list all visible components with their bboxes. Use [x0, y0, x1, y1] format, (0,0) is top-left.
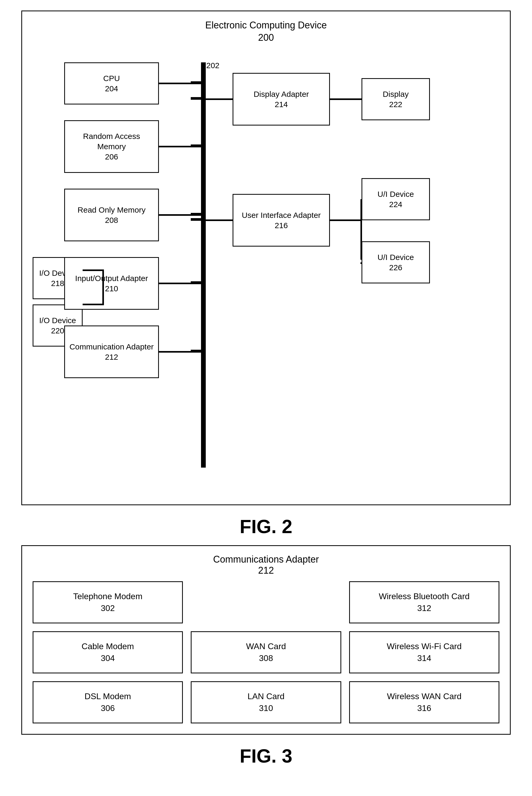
wan-card-id: 308: [259, 652, 273, 664]
wan-card-label: WAN Card: [246, 641, 286, 652]
fig2-label: FIG. 2: [240, 516, 292, 537]
wireless-bluetooth-box: Wireless Bluetooth Card 312: [349, 581, 499, 623]
dsl-modem-label: DSL Modem: [84, 690, 131, 702]
wireless-wan-label: Wireless WAN Card: [387, 690, 461, 702]
fig3-label: FIG. 3: [240, 745, 292, 767]
fig3-frame: Communications Adapter 212 Telephone Mod…: [21, 545, 511, 735]
ui2-h: [360, 262, 362, 264]
io-devices-vline: [102, 269, 104, 305]
fig2-title: Electronic Computing Device 200: [33, 19, 499, 44]
empty-cell-1: [191, 581, 341, 623]
comm-adapter-tick: [191, 350, 201, 352]
wireless-wan-id: 316: [417, 702, 431, 714]
ui-adapter-left-connector: [201, 220, 233, 221]
wireless-wifi-box: Wireless Wi-Fi Card 314: [349, 631, 499, 674]
cable-modem-label: Cable Modem: [81, 641, 134, 652]
display-box: Display 222: [361, 78, 430, 120]
wireless-wifi-label: Wireless Wi-Fi Card: [387, 641, 461, 652]
ui-adapter-tick: [191, 218, 201, 221]
io-adapter-left-top: [82, 269, 104, 271]
cable-modem-id: 304: [101, 652, 115, 664]
ram-tick: [191, 145, 201, 147]
ram-box: Random Access Memory 206: [64, 120, 159, 173]
cable-modem-box: Cable Modem 304: [33, 631, 183, 674]
ui-adapter-box: User Interface Adapter 216: [233, 194, 330, 247]
wan-card-box: WAN Card 308: [191, 631, 341, 674]
wireless-wan-box: Wireless WAN Card 316: [349, 681, 499, 723]
lan-card-box: LAN Card 310: [191, 681, 341, 723]
display-adapter-box: Display Adapter 214: [233, 73, 330, 126]
display-adapter-right-connector: [330, 98, 361, 100]
system-bus: [201, 62, 206, 468]
telephone-modem-label: Telephone Modem: [73, 590, 142, 602]
ui-adapter-right-connector: [330, 220, 361, 221]
telephone-modem-box: Telephone Modem 302: [33, 581, 183, 623]
display-adapter-left-connector: [201, 98, 233, 100]
io-adapter-box: Input/Output Adapter 210: [64, 257, 159, 310]
rom-box: Read Only Memory 208: [64, 189, 159, 241]
fig2-frame: Electronic Computing Device 200 202 CPU …: [21, 11, 511, 505]
wireless-bluetooth-label: Wireless Bluetooth Card: [379, 590, 470, 602]
wireless-bluetooth-id: 312: [417, 602, 431, 614]
bus-label: 202: [206, 61, 220, 70]
ui1-h: [360, 199, 362, 201]
rom-tick: [191, 213, 201, 215]
fig2-diagram: 202 CPU 204 Random Access Memory 206 Rea…: [33, 46, 499, 494]
cpu-tick: [191, 81, 201, 84]
dsl-modem-id: 306: [101, 702, 115, 714]
io-adapter-left-bot: [82, 304, 104, 305]
cpu-box: CPU 204: [64, 62, 159, 105]
comm-adapter-box: Communication Adapter 212: [64, 325, 159, 378]
wireless-wifi-id: 314: [417, 652, 431, 664]
ui-device-2-box: U/I Device 226: [361, 241, 430, 283]
display-adapter-tick: [191, 97, 201, 100]
fig3-grid: Telephone Modem 302 Wireless Bluetooth C…: [33, 581, 499, 723]
fig3-title: Communications Adapter 212: [33, 554, 499, 576]
lan-card-id: 310: [259, 702, 273, 714]
ui-device-1-box: U/I Device 224: [361, 178, 430, 220]
io-adapter-tick: [191, 281, 201, 284]
dsl-modem-box: DSL Modem 306: [33, 681, 183, 723]
lan-card-label: LAN Card: [248, 690, 285, 702]
telephone-modem-id: 302: [101, 602, 115, 614]
